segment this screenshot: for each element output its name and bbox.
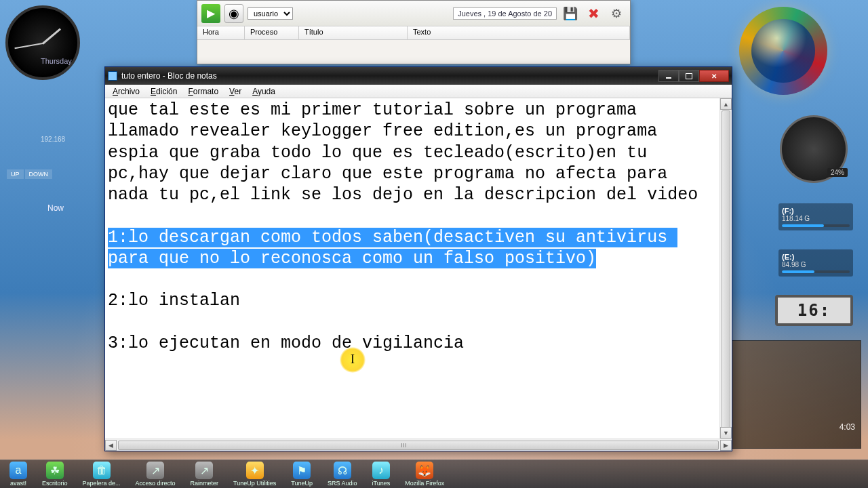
taskbar-tuneup[interactable]: ⚑TuneUp — [291, 462, 313, 487]
menubar[interactable]: Archivo Edición Formato Ver Ayuda — [105, 85, 732, 98]
col-titulo[interactable]: Título — [299, 26, 408, 39]
taskbar-escritorio[interactable]: ☘Escritorio — [42, 462, 68, 487]
horizontal-scrollbar[interactable]: ◀ ▶ — [105, 439, 732, 451]
taskbar-tuneup-util[interactable]: ✦TuneUp Utilities — [233, 462, 276, 487]
windows-orb-icon — [739, 7, 827, 95]
taskbar-srs[interactable]: ☊SRS Audio — [328, 462, 357, 487]
taskbar-acceso-label: Acceso directo — [136, 480, 176, 487]
digital-clock-gadget: 16: — [775, 295, 853, 326]
taskbar-firefox-label: Mozilla Firefox — [405, 480, 444, 487]
col-hora[interactable]: Hora — [197, 26, 245, 39]
minimize-button[interactable] — [658, 70, 679, 82]
menu-archivo[interactable]: Archivo — [108, 86, 144, 97]
menu-ayuda[interactable]: Ayuda — [248, 86, 280, 97]
taskbar-avast-label: avast! — [10, 480, 26, 487]
menu-ver[interactable]: Ver — [224, 86, 246, 97]
vscroll-thumb[interactable] — [722, 110, 730, 436]
vertical-scrollbar[interactable]: ▲ ▼ — [719, 98, 732, 439]
clock-day-label: Thursday — [41, 57, 72, 65]
col-proceso[interactable]: Proceso — [245, 26, 299, 39]
scroll-up-button[interactable]: ▲ — [720, 98, 732, 110]
drive-e-size: 84.98 G — [782, 261, 806, 268]
scroll-down-button[interactable]: ▼ — [720, 427, 732, 439]
date-field[interactable]: Jueves , 19 de Agosto de 20 — [453, 7, 557, 20]
ip-label: 192.168 — [41, 136, 65, 143]
net-up: UP — [7, 169, 24, 179]
hscroll-thumb[interactable] — [118, 441, 719, 450]
taskbar-rainmeter-label: Rainmeter — [191, 480, 219, 487]
clock-gadget — [5, 5, 80, 80]
gear-icon[interactable]: ⚙ — [607, 4, 626, 23]
taskbar-firefox[interactable]: 🦊Mozilla Firefox — [405, 462, 444, 487]
col-texto[interactable]: Texto — [408, 26, 630, 39]
taskbar[interactable]: aavast! ☘Escritorio 🗑Papelera de... ↗Acc… — [0, 460, 868, 488]
titlebar[interactable]: tuto entero - Bloc de notas — [105, 67, 732, 85]
editor-step2: 2:lo instalan — [108, 291, 240, 310]
now-playing-label: Now — [47, 203, 64, 213]
logger-toolbar: ▶ ◉ usuario Jueves , 19 de Agosto de 20 … — [197, 1, 630, 26]
taskbar-escritorio-label: Escritorio — [42, 480, 68, 487]
scroll-right-button[interactable]: ▶ — [720, 440, 732, 451]
taskbar-avast[interactable]: aavast! — [9, 462, 27, 487]
taskbar-acceso[interactable]: ↗Acceso directo — [136, 462, 176, 487]
editor-step3: 3:lo ejecutan en modo de vigilancia — [108, 333, 464, 353]
record-icon[interactable]: ▶ — [201, 4, 220, 23]
eye-icon[interactable]: ◉ — [224, 4, 243, 23]
maximize-button[interactable] — [679, 70, 699, 82]
taskbar-papelera-label: Papelera de... — [83, 480, 121, 487]
cpu-percent: 24% — [827, 168, 848, 177]
taskbar-itunes[interactable]: ♪iTunes — [372, 462, 391, 487]
notepad-window[interactable]: tuto entero - Bloc de notas Archivo Edic… — [104, 66, 732, 451]
taskbar-rainmeter[interactable]: ↗Rainmeter — [191, 462, 219, 487]
drive-gadget-e: (E:) 84.98 G — [778, 249, 853, 277]
taskbar-itunes-label: iTunes — [372, 480, 391, 487]
taskbar-papelera[interactable]: 🗑Papelera de... — [83, 462, 121, 487]
scroll-left-button[interactable]: ◀ — [105, 440, 117, 451]
net-down: DOWN — [25, 169, 53, 179]
drive-gadget-f: (F:) 118.14 G — [778, 203, 853, 230]
taskbar-srs-label: SRS Audio — [328, 480, 357, 487]
editor-selection: 1:lo descargan como todos saben(desactiv… — [108, 228, 677, 268]
drive-f-size: 118.14 G — [782, 215, 810, 222]
menu-edicion[interactable]: Edición — [146, 86, 182, 97]
logger-window[interactable]: ▶ ◉ usuario Jueves , 19 de Agosto de 20 … — [197, 0, 631, 64]
taskbar-tuneup-util-label: TuneUp Utilities — [233, 480, 276, 487]
editor-intro: que tal este es mi primer tutorial sobre… — [108, 100, 698, 205]
drive-e-label: (E:) — [782, 253, 850, 261]
user-dropdown[interactable]: usuario — [248, 7, 293, 20]
drive-f-label: (F:) — [782, 207, 850, 215]
taskbar-tuneup-label: TuneUp — [291, 480, 313, 487]
notepad-icon — [108, 71, 117, 81]
logger-column-headers[interactable]: Hora Proceso Título Texto — [197, 26, 630, 40]
menu-formato[interactable]: Formato — [183, 86, 223, 97]
media-time: 4:03 — [840, 422, 855, 432]
window-title: tuto entero - Bloc de notas — [121, 71, 217, 81]
net-speed-gadget: UP DOWN — [7, 169, 52, 179]
delete-icon[interactable]: ✖ — [584, 4, 603, 23]
close-button[interactable] — [699, 70, 729, 82]
text-editor[interactable]: que tal este es mi primer tutorial sobre… — [105, 98, 719, 439]
save-icon[interactable]: 💾 — [561, 4, 580, 23]
